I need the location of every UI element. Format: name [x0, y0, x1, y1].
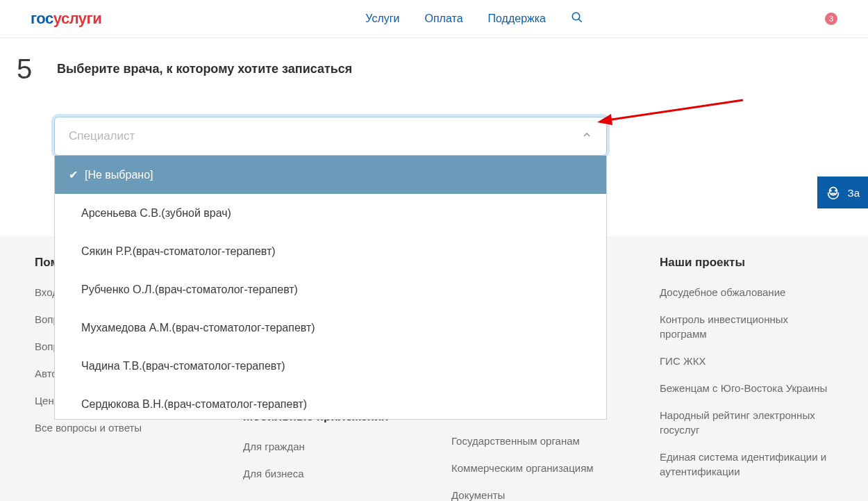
dropdown-option-label: Рубченко О.Л.(врач-стоматолог-терапевт) [81, 284, 298, 296]
dropdown-option-label: [Не выбрано] [85, 169, 153, 181]
ask-tab-label: За [848, 187, 860, 199]
footer-projects-link[interactable]: Досудебное обжалование [660, 285, 837, 299]
dropdown-option[interactable]: Чадина Т.В.(врач-стоматолог-терапевт) [55, 347, 606, 385]
check-icon: ✔ [69, 168, 78, 181]
headset-icon [826, 185, 841, 200]
step-row: 5 Выберите врача, к которому хотите запи… [0, 38, 868, 85]
footer-projects-link[interactable]: Контроль инвестиционных программ [660, 312, 837, 341]
footer-projects-heading: Наши проекты [660, 256, 837, 270]
dropdown-option[interactable]: Сякин Р.Р.(врач-стоматолог-терапевт) [55, 232, 606, 270]
svg-point-0 [572, 13, 580, 20]
footer-partners-link[interactable]: Коммерческим организациям [451, 461, 618, 475]
header: госуслуги Услуги Оплата Поддержка 3 [0, 0, 868, 38]
chevron-up-icon [581, 129, 592, 143]
dropdown-list[interactable]: ✔ [Не выбрано] Арсеньева С.В.(зубной вра… [54, 156, 607, 420]
svg-line-2 [602, 100, 743, 121]
specialist-dropdown: Специалист ✔ [Не выбрано] Арсеньева С.В.… [54, 117, 607, 156]
dropdown-option-label: Чадина Т.В.(врач-стоматолог-терапевт) [81, 360, 285, 372]
dropdown-field[interactable]: Специалист [54, 117, 607, 156]
footer-projects-link[interactable]: Беженцам с Юго-Востока Украины [660, 381, 837, 395]
dropdown-option[interactable]: Арсеньева С.В.(зубной врач) [55, 194, 606, 232]
dropdown-option-label: Сердюкова В.Н.(врач-стоматолог-терапевт) [81, 398, 307, 411]
main-nav: Услуги Оплата Поддержка [365, 11, 583, 26]
step-title: Выберите врача, к которому хотите записа… [57, 62, 352, 76]
footer-projects-link[interactable]: Народный рейтинг электронных госуслуг [660, 408, 837, 437]
dropdown-option-label: Мухамедова А.М.(врач-стоматолог-терапевт… [81, 322, 315, 334]
footer-partners-link[interactable]: Государственным органам [451, 434, 618, 448]
notification-badge[interactable]: 3 [825, 13, 837, 25]
footer-mobile-link[interactable]: Для бизнеса [243, 466, 410, 481]
dropdown-option-none[interactable]: ✔ [Не выбрано] [55, 156, 606, 194]
footer-projects-link[interactable]: ГИС ЖКХ [660, 354, 837, 368]
logo-part-uslugi: услуги [53, 10, 102, 27]
dropdown-option-label: Арсеньева С.В.(зубной врач) [81, 207, 231, 220]
footer-mobile-link[interactable]: Для граждан [243, 439, 410, 454]
dropdown-placeholder: Специалист [69, 129, 135, 143]
footer-projects-link[interactable]: Единая система идентификации и аутентифи… [660, 450, 837, 479]
search-icon[interactable] [571, 11, 583, 26]
footer-partners-link[interactable]: Документы [451, 488, 618, 501]
footer-col-projects: Наши проекты Досудебное обжалование Конт… [660, 256, 837, 501]
dropdown-option[interactable]: Сердюкова В.Н.(врач-стоматолог-терапевт) [55, 385, 606, 420]
nav-services[interactable]: Услуги [365, 13, 399, 25]
dropdown-option[interactable]: Мухамедова А.М.(врач-стоматолог-терапевт… [55, 309, 606, 347]
svg-point-5 [830, 190, 831, 191]
step-number: 5 [17, 54, 40, 85]
logo[interactable]: госуслуги [31, 10, 101, 28]
svg-point-6 [835, 190, 836, 191]
footer-help-link[interactable]: Все вопросы и ответы [35, 420, 201, 435]
nav-payment[interactable]: Оплата [425, 13, 463, 25]
svg-line-1 [578, 19, 582, 22]
logo-part-gos: гос [31, 10, 53, 27]
dropdown-option[interactable]: Рубченко О.Л.(врач-стоматолог-терапевт) [55, 270, 606, 309]
ask-question-tab[interactable]: За [817, 176, 868, 208]
nav-support[interactable]: Поддержка [488, 13, 546, 25]
dropdown-option-label: Сякин Р.Р.(врач-стоматолог-терапевт) [81, 245, 276, 258]
arrow-annotation-icon [597, 96, 750, 132]
